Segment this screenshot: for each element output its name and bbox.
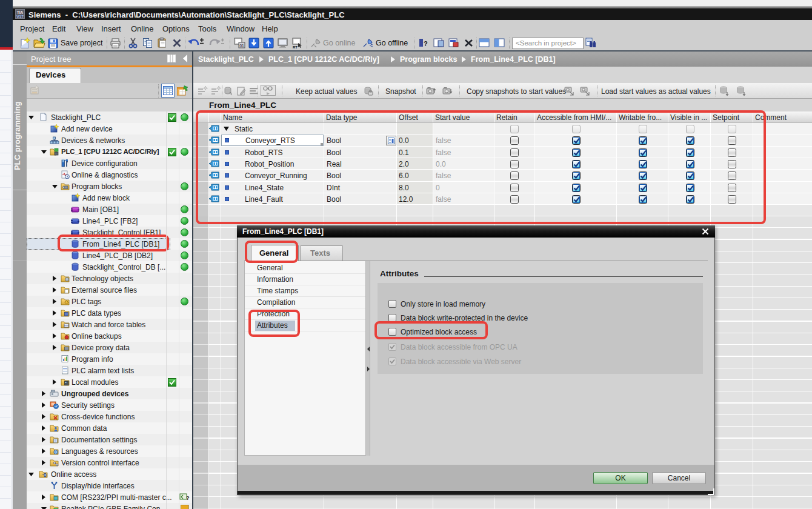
- svg-text:?: ?: [186, 495, 190, 501]
- svg-text:?: ?: [424, 40, 428, 47]
- svg-text:RT: RT: [293, 45, 298, 49]
- svg-text:01: 01: [240, 44, 245, 48]
